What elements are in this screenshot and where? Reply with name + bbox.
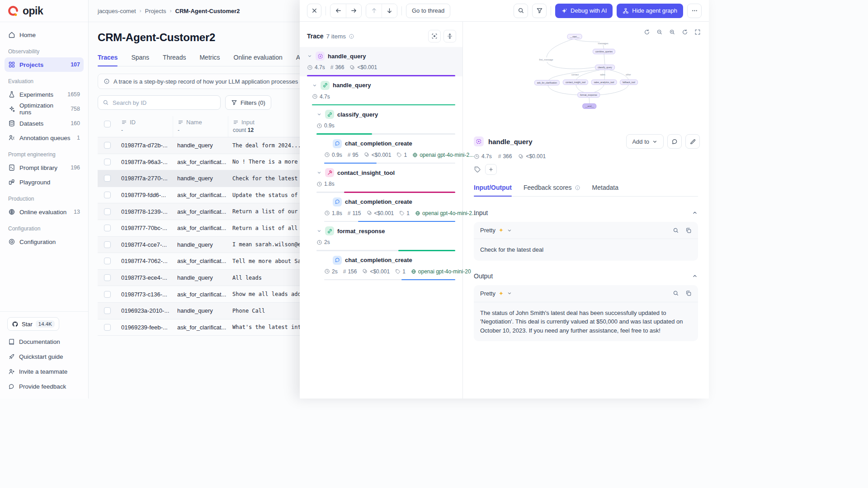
- detail-tab[interactable]: Feedback scores: [524, 184, 580, 196]
- hide-agent-graph-button[interactable]: Hide agent graph: [617, 4, 683, 18]
- more-options-button[interactable]: [687, 4, 702, 18]
- detail-tab[interactable]: Metadata: [592, 184, 618, 196]
- graph-node[interactable]: __end__: [582, 103, 596, 109]
- search-in-input-button[interactable]: [673, 227, 679, 234]
- chevron-down-icon[interactable]: [316, 228, 322, 234]
- view-mode-select[interactable]: Pretty: [480, 227, 495, 234]
- graph-node[interactable]: ask_for_clarification: [534, 80, 560, 85]
- trace-id-link[interactable]: 0196923a-2010-...: [121, 307, 169, 314]
- graph-node[interactable]: classify_query: [595, 65, 615, 70]
- sidebar-item-documentation[interactable]: Documentation: [5, 334, 84, 349]
- row-checkbox[interactable]: [104, 324, 111, 331]
- column-header-name[interactable]: Name -: [173, 116, 228, 137]
- add-tag-button[interactable]: [485, 164, 497, 175]
- row-checkbox[interactable]: [104, 142, 111, 149]
- row-checkbox[interactable]: [104, 258, 111, 264]
- sidebar-item-provide-feedback[interactable]: Provide feedback: [5, 379, 84, 394]
- project-tab[interactable]: Metrics: [199, 54, 220, 66]
- trace-id-link[interactable]: 01987f7a-2770-...: [121, 175, 168, 182]
- chevron-down-icon[interactable]: [307, 53, 312, 59]
- trace-id-link[interactable]: 01987f73-ece4-...: [121, 274, 167, 281]
- view-mode-select[interactable]: Pretty: [480, 290, 495, 297]
- trace-id-link[interactable]: 01987f7a-96a3-...: [121, 159, 168, 165]
- row-checkbox[interactable]: [104, 225, 111, 231]
- trace-tree-row[interactable]: chat_completion_create 0.9s #95 <$0.001 …: [300, 135, 462, 164]
- filters-button[interactable]: Filters (0): [225, 95, 271, 110]
- sidebar-item-projects[interactable]: Projects 107: [5, 57, 84, 72]
- sidebar-item-annotation-queues[interactable]: Annotation queues 1: [5, 131, 84, 145]
- sidebar-item-online-evaluation[interactable]: Online evaluation 13: [5, 205, 84, 219]
- detail-tab[interactable]: Input/Output: [474, 184, 512, 196]
- row-checkbox[interactable]: [104, 175, 111, 182]
- comment-button[interactable]: [667, 134, 682, 149]
- up-span-button[interactable]: [366, 4, 382, 18]
- app-logo[interactable]: opik: [0, 0, 88, 22]
- graph-node[interactable]: __start__: [567, 34, 582, 39]
- project-tab[interactable]: Online evaluation: [234, 54, 283, 66]
- row-checkbox[interactable]: [104, 307, 111, 314]
- row-checkbox[interactable]: [104, 208, 111, 215]
- row-checkbox[interactable]: [104, 159, 111, 165]
- graph-node[interactable]: fallback_tool: [620, 80, 638, 85]
- row-checkbox[interactable]: [104, 274, 111, 281]
- sidebar-item-optimization-runs[interactable]: Optimization runs 758: [5, 102, 84, 116]
- graph-node[interactable]: other: [623, 72, 633, 77]
- search-in-output-button[interactable]: [673, 290, 679, 296]
- github-star-button[interactable]: Star 14.4K: [7, 317, 59, 331]
- column-header-id[interactable]: ID -: [117, 116, 173, 137]
- chevron-down-icon[interactable]: [316, 112, 322, 117]
- graph-node[interactable]: sales: [598, 72, 608, 77]
- sidebar-item-playground[interactable]: Playground: [5, 175, 84, 189]
- trace-id-link[interactable]: 01987f73-c136-...: [121, 291, 167, 298]
- graph-node[interactable]: contact_insight_tool: [563, 80, 588, 85]
- prev-trace-button[interactable]: [330, 4, 346, 18]
- close-button[interactable]: [307, 4, 321, 18]
- trace-tree-row[interactable]: chat_completion_create 2s #156 <$0.001 1…: [300, 251, 462, 281]
- graph-node[interactable]: format_response: [577, 92, 600, 98]
- sidebar-item-invite-teammate[interactable]: Invite a teammate: [5, 364, 84, 379]
- row-checkbox[interactable]: [104, 241, 111, 248]
- copy-output-button[interactable]: [685, 290, 692, 296]
- trace-tree-row[interactable]: handle_query 4.7s #366 <$0.001: [300, 47, 462, 76]
- debug-with-ai-button[interactable]: Debug with AI: [555, 4, 613, 18]
- sidebar-item-quickstart-guide[interactable]: Quickstart guide: [5, 349, 84, 364]
- sidebar-item-experiments[interactable]: Experiments 1659: [5, 87, 84, 102]
- chevron-down-icon[interactable]: [316, 170, 322, 175]
- filter-trace-button[interactable]: [532, 4, 547, 18]
- row-checkbox[interactable]: [104, 192, 111, 198]
- column-menu-icon[interactable]: [121, 119, 127, 125]
- chevron-down-icon[interactable]: [507, 291, 512, 296]
- row-checkbox[interactable]: [104, 291, 111, 298]
- graph-node[interactable]: sales_analytics_tool: [591, 80, 617, 85]
- trace-id-link[interactable]: 01987f74-7062-...: [121, 258, 168, 264]
- trace-id-link[interactable]: 01987f79-fdd6-...: [121, 192, 166, 198]
- chevron-down-icon[interactable]: [312, 83, 317, 88]
- trace-tree-row[interactable]: handle_query 4.7s #: [300, 76, 462, 106]
- select-all-checkbox[interactable]: [104, 121, 111, 127]
- project-tab[interactable]: Spans: [131, 54, 149, 66]
- column-menu-icon[interactable]: [233, 119, 239, 125]
- copy-input-button[interactable]: [685, 227, 692, 234]
- breadcrumb-projects[interactable]: Projects: [145, 8, 166, 14]
- collapse-input-button[interactable]: [692, 210, 698, 216]
- graph-node[interactable]: messages: [596, 41, 611, 46]
- go-to-thread-button[interactable]: Go to thread: [406, 4, 450, 18]
- column-menu-icon[interactable]: [178, 119, 184, 125]
- trace-id-link[interactable]: 01987f74-cce7-...: [121, 241, 167, 248]
- edit-button[interactable]: [685, 134, 700, 149]
- sidebar-item-prompt-library[interactable]: Prompt library 196: [5, 160, 84, 175]
- collapse-output-button[interactable]: [692, 273, 698, 279]
- graph-node[interactable]: combine_queries: [593, 49, 615, 54]
- add-to-button[interactable]: Add to: [626, 134, 664, 149]
- agent-graph[interactable]: __start__ messages combine_queries first…: [463, 22, 709, 128]
- next-trace-button[interactable]: [346, 4, 361, 18]
- search-trace-button[interactable]: [514, 4, 528, 18]
- chevron-down-icon[interactable]: [507, 228, 512, 233]
- expand-rows-button[interactable]: [443, 30, 456, 42]
- graph-node[interactable]: contact: [569, 72, 581, 77]
- project-tab[interactable]: Traces: [98, 54, 118, 66]
- trace-tree-row[interactable]: format_response 2s #: [300, 222, 462, 251]
- trace-tree-row[interactable]: contact_insight_tool 1.8s #: [300, 164, 462, 193]
- trace-tree-row[interactable]: chat_completion_create 1.8s #115 <$0.001…: [300, 193, 462, 222]
- graph-node[interactable]: first_message: [537, 57, 555, 62]
